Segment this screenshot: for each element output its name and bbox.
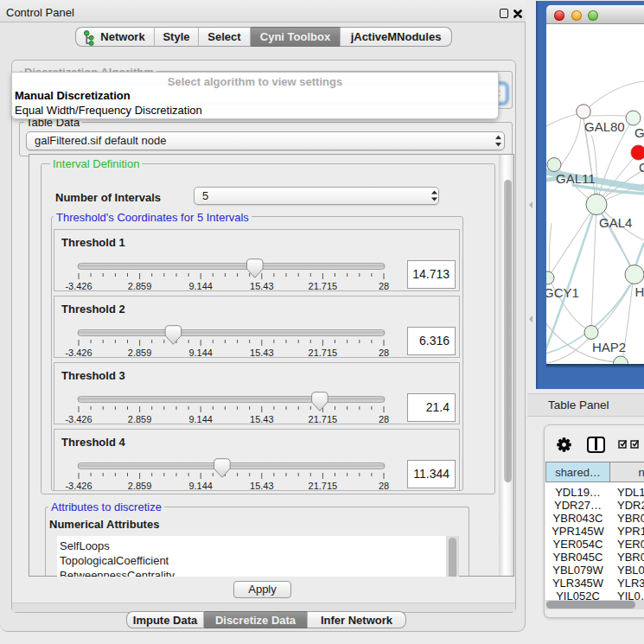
svg-text:9.144: 9.144 [188,481,213,491]
svg-text:21.715: 21.715 [309,281,338,291]
svg-text:28: 28 [379,481,389,491]
svg-text:9.144: 9.144 [188,348,213,358]
svg-text:28: 28 [379,281,389,291]
svg-text:21.715: 21.715 [309,348,338,358]
svg-text:28: 28 [379,348,389,358]
svg-text:HI: HI [635,284,644,299]
svg-text:2.859: 2.859 [128,414,152,424]
svg-text:HAP2: HAP2 [592,340,626,354]
svg-text:15.43: 15.43 [250,414,274,424]
svg-text:2.859: 2.859 [128,348,152,358]
svg-text:GAL11: GAL11 [556,171,596,186]
svg-text:-3.426: -3.426 [65,414,92,424]
svg-text:G: G [639,160,644,175]
svg-text:15.43: 15.43 [250,481,274,491]
svg-text:15.43: 15.43 [250,281,274,291]
svg-text:9.144: 9.144 [188,414,213,424]
svg-text:-3.426: -3.426 [65,281,92,291]
svg-text:21.715: 21.715 [309,414,338,424]
svg-text:15.43: 15.43 [250,348,274,358]
svg-text:-3.426: -3.426 [65,481,92,491]
svg-text:2.859: 2.859 [128,481,152,491]
svg-text:GAL80: GAL80 [584,119,625,134]
svg-text:28: 28 [379,414,389,424]
svg-text:9.144: 9.144 [188,281,213,291]
svg-text:GA: GA [634,125,644,140]
svg-text:-3.426: -3.426 [65,348,92,358]
svg-text:2.859: 2.859 [128,281,152,291]
svg-text:GAL4: GAL4 [599,215,632,230]
svg-text:GCY1: GCY1 [546,285,579,300]
svg-text:21.715: 21.715 [309,481,338,491]
